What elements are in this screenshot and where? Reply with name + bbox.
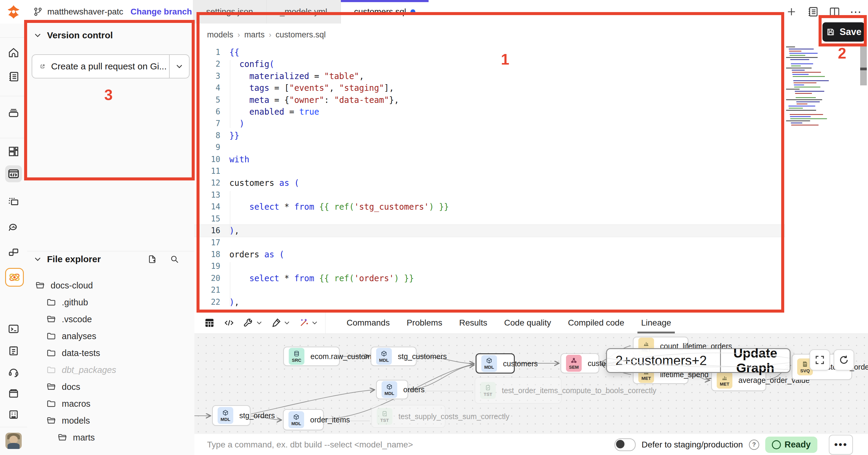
organization-icon[interactable] xyxy=(5,406,22,423)
file-tree-item-.github[interactable]: .github xyxy=(27,294,194,311)
integrations-icon[interactable] xyxy=(5,244,22,261)
tab-_models.yml[interactable]: _models.yml xyxy=(267,0,341,24)
environments-icon[interactable] xyxy=(5,105,22,121)
tab-settings.json[interactable]: settings.json xyxy=(193,0,267,24)
support-headset-icon[interactable] xyxy=(5,364,22,381)
build-wrench-icon[interactable] xyxy=(243,317,262,329)
preview-table-icon[interactable] xyxy=(204,317,216,329)
bottom-tab-code-quality[interactable]: Code quality xyxy=(496,312,560,333)
file-tree-item-macros[interactable]: macros xyxy=(27,395,194,412)
code-line-9[interactable]: 9 xyxy=(194,142,785,153)
format-icon[interactable] xyxy=(270,317,290,329)
refresh-button[interactable] xyxy=(834,349,854,371)
code-line-5[interactable]: 5 meta = {"owner": "data-team"}, xyxy=(194,94,785,106)
code-line-17[interactable]: 17 xyxy=(194,237,785,249)
code-line-20[interactable]: 20 select * from {{ ref('orders') }} xyxy=(194,273,785,284)
file-tree-item-dbt_packages[interactable]: dbt_packages xyxy=(27,362,194,378)
create-pr-button[interactable]: Create a pull request on Gi... xyxy=(32,61,169,72)
lineage-node-test_supply_costs_sum_correctly[interactable]: TSTtest_supply_costs_sum_correctly xyxy=(371,405,445,428)
code-line-10[interactable]: 10with xyxy=(194,153,785,165)
insights-icon[interactable] xyxy=(5,219,22,236)
new-file-icon[interactable] xyxy=(147,254,157,264)
branch-selector[interactable]: matthewshaver-patc Change branch xyxy=(29,0,211,24)
code-line-2[interactable]: 2 config( xyxy=(194,58,785,70)
editor-scrollbar[interactable] xyxy=(860,45,867,85)
file-tree-item-docs[interactable]: docs xyxy=(27,378,194,395)
code-line-11[interactable]: 11 xyxy=(194,165,785,177)
lineage-node-test_order_items_compute_to_bools_correctly[interactable]: TSTtest_order_items_compute_to_bools_cor… xyxy=(475,377,561,404)
code-line-4[interactable]: 4 tags = ["events", "staging"], xyxy=(194,82,785,94)
new-tab-icon[interactable] xyxy=(785,6,798,18)
fullscreen-button[interactable] xyxy=(809,349,830,371)
tab-customers.sql[interactable]: customers.sql xyxy=(341,0,429,24)
version-control-header[interactable]: Version control xyxy=(34,30,113,40)
more-options-icon[interactable]: ⋯ xyxy=(850,5,863,19)
code-line-18[interactable]: 18orders as ( xyxy=(194,249,785,260)
file-explorer-header[interactable]: File explorer xyxy=(34,254,190,264)
bottom-tab-commands[interactable]: Commands xyxy=(338,312,398,333)
breadcrumb-segment[interactable]: customers.sql xyxy=(276,30,326,39)
editor-minimap[interactable] xyxy=(786,45,831,125)
code-line-16[interactable]: 16), xyxy=(194,225,785,236)
clipboard-icon[interactable] xyxy=(5,342,22,359)
panel-edge-overlay xyxy=(607,349,789,372)
bottom-tab-lineage[interactable]: Lineage xyxy=(632,312,680,333)
code-line-7[interactable]: 7 ) xyxy=(194,118,785,130)
more-actions-button[interactable]: ••• xyxy=(829,435,853,455)
user-avatar[interactable] xyxy=(5,433,22,449)
breadcrumb-segment[interactable]: models xyxy=(207,30,233,39)
search-files-icon[interactable] xyxy=(169,254,180,264)
visual-editor-icon[interactable] xyxy=(5,193,22,210)
docs-icon[interactable] xyxy=(5,385,22,402)
bottom-tab-problems[interactable]: Problems xyxy=(398,312,451,333)
change-branch-link[interactable]: Change branch xyxy=(130,7,192,17)
file-tree-item-marts[interactable]: marts xyxy=(27,429,194,446)
save-button[interactable]: Save xyxy=(823,22,865,41)
dashboard-icon[interactable] xyxy=(5,143,22,160)
defer-toggle[interactable] xyxy=(615,438,636,451)
bottom-tab-compiled-code[interactable]: Compiled code xyxy=(559,312,632,333)
lineage-node-customers[interactable]: MDLcustomers xyxy=(475,353,515,373)
lineage-canvas[interactable]: SRCecom.raw_customersMDLstg_customersMDL… xyxy=(194,334,868,433)
terminal-icon[interactable] xyxy=(5,320,22,337)
lineage-node-ecom.raw_customers[interactable]: SRCecom.raw_customers xyxy=(283,347,340,366)
breadcrumb-segment[interactable]: marts xyxy=(244,30,265,39)
create-pr-dropdown[interactable] xyxy=(169,55,189,78)
lineage-node-orders[interactable]: MDLorders xyxy=(376,380,408,399)
code-line-3[interactable]: 3 materialized = "table", xyxy=(194,70,785,82)
lineage-node-stg_customers[interactable]: MDLstg_customers xyxy=(371,347,416,366)
notebook-icon[interactable] xyxy=(5,68,22,85)
lineage-node-stg_orders[interactable]: MDLstg_orders xyxy=(212,405,250,426)
code-editor-icon[interactable] xyxy=(5,165,22,182)
code-line-14[interactable]: 14 select * from {{ ref('stg_customers')… xyxy=(194,201,785,213)
status-badge[interactable]: Ready xyxy=(765,436,817,453)
code-line-19[interactable]: 19 xyxy=(194,260,785,272)
compile-code-icon[interactable] xyxy=(223,317,235,329)
home-icon[interactable] xyxy=(5,44,22,61)
dbt-logo[interactable] xyxy=(0,0,27,24)
file-tree-item-.vscode[interactable]: .vscode xyxy=(27,311,194,328)
lineage-node-order_items[interactable]: MDLorder_items xyxy=(283,409,324,430)
code-line-1[interactable]: 1{{ xyxy=(194,47,785,58)
code-line-12[interactable]: 12customers as ( xyxy=(194,177,785,189)
code-line-13[interactable]: 13 xyxy=(194,189,785,201)
dbt-assist-wand-icon[interactable] xyxy=(298,317,318,329)
code-area[interactable]: 1{{2 config(3 materialized = "table",4 t… xyxy=(194,47,785,332)
file-tree-item-models[interactable]: models xyxy=(27,412,194,429)
copilot-icon[interactable] xyxy=(5,268,24,287)
file-tree-item-data-tests[interactable]: data-tests xyxy=(27,345,194,362)
lineage-node-customers[interactable]: SEMcustomers xyxy=(561,353,599,373)
command-input[interactable]: Type a command, ex. dbt build --select <… xyxy=(194,440,615,450)
code-line-15[interactable]: 15 xyxy=(194,213,785,225)
code-line-8[interactable]: 8}} xyxy=(194,130,785,142)
file-tree-item-docs-cloud[interactable]: docs-cloud xyxy=(27,277,194,294)
branch-name: matthewshaver-patc xyxy=(47,7,123,17)
split-editor-icon[interactable] xyxy=(828,5,841,18)
code-line-21[interactable]: 21 xyxy=(194,284,785,296)
file-tree-item-analyses[interactable]: analyses xyxy=(27,328,194,345)
help-icon[interactable]: ? xyxy=(749,439,759,450)
code-line-6[interactable]: 6 enabled = true xyxy=(194,106,785,118)
notebook-panel-icon[interactable] xyxy=(807,5,819,18)
bottom-tab-results[interactable]: Results xyxy=(451,312,495,333)
code-line-22[interactable]: 22), xyxy=(194,296,785,308)
